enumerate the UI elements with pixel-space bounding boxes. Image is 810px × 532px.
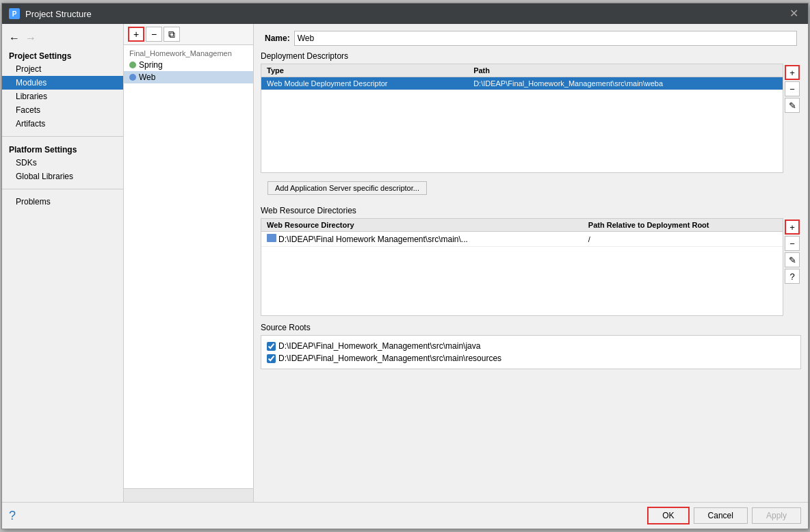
dd-empty-area — [261, 90, 783, 172]
dd-col-path: Path — [468, 64, 783, 77]
dialog-title: Project Structure — [25, 9, 92, 19]
name-row: Name: — [254, 24, 808, 51]
help-icon[interactable]: ? — [9, 509, 16, 523]
tree-item-spring[interactable]: Spring — [124, 59, 253, 71]
spring-icon — [129, 62, 136, 68]
title-bar: P Project Structure ✕ — [2, 3, 808, 24]
dd-remove-button[interactable]: − — [785, 81, 800, 96]
source-roots-label: Source Roots — [261, 323, 801, 332]
source-roots-section: D:\IDEAP\Final_Homework_Management\src\m… — [261, 335, 801, 369]
sidebar-item-problems[interactable]: Problems — [2, 195, 123, 209]
app-icon: P — [9, 8, 20, 19]
platform-settings-label: Platform Settings — [2, 142, 123, 156]
tree-item-spring-label: Spring — [139, 60, 163, 70]
project-settings-label: Project Settings — [2, 49, 123, 62]
sidebar-divider-2 — [2, 189, 123, 189]
content-area: ← → Project Settings Project Modules Lib… — [2, 24, 808, 502]
wr-side-buttons: + − ✎ ? — [783, 218, 801, 316]
module-tree: Final_Homework_Managemen Spring Web — [124, 45, 253, 488]
ok-button[interactable]: OK — [647, 507, 689, 524]
module-group-label: Final_Homework_Managemen — [124, 48, 253, 59]
sidebar: ← → Project Settings Project Modules Lib… — [2, 24, 124, 502]
deployment-descriptors-label: Deployment Descriptors — [261, 51, 801, 61]
wr-path-cell: / — [583, 232, 783, 247]
wr-remove-button[interactable]: − — [785, 236, 800, 251]
web-icon — [129, 74, 136, 81]
table-row[interactable]: D:\IDEAP\Final Homework Management\src\m… — [261, 232, 783, 247]
web-resource-table-container: Web Resource Directory Path Relative to … — [261, 218, 783, 316]
sidebar-item-modules[interactable]: Modules — [2, 76, 123, 90]
deployment-descriptors-section: Type Path Web Module Deployment Descript… — [261, 64, 801, 173]
module-panel-scrollbar — [124, 488, 253, 502]
source-root-item-1: D:\IDEAP\Final_Homework_Management\src\m… — [267, 352, 795, 364]
project-structure-dialog: P Project Structure ✕ ← → Project Settin… — [1, 3, 809, 529]
sidebar-item-project[interactable]: Project — [2, 62, 123, 76]
sidebar-item-sdks[interactable]: SDKs — [2, 156, 123, 170]
table-row[interactable]: Web Module Deployment Descriptor D:\IDEA… — [261, 77, 783, 90]
dd-path-cell: D:\IDEAP\Final_Homework_Management\src\m… — [468, 77, 783, 90]
module-toolbar: + − ⧉ — [124, 24, 253, 45]
source-root-checkbox-1[interactable] — [267, 354, 276, 363]
add-module-button[interactable]: + — [128, 27, 144, 42]
wr-col-path: Path Relative to Deployment Root — [583, 219, 783, 232]
source-root-checkbox-0[interactable] — [267, 342, 276, 351]
sidebar-item-artifacts[interactable]: Artifacts — [2, 117, 123, 131]
add-server-btn-wrapper: Add Application Server specific descript… — [261, 177, 801, 199]
sidebar-item-libraries[interactable]: Libraries — [2, 90, 123, 103]
add-server-button[interactable]: Add Application Server specific descript… — [267, 181, 427, 195]
wr-empty-area — [261, 247, 783, 315]
dd-col-type: Type — [261, 64, 468, 77]
deployment-descriptors-table: Type Path Web Module Deployment Descript… — [261, 64, 783, 90]
web-resource-section: Web Resource Directory Path Relative to … — [261, 218, 801, 316]
sidebar-item-facets[interactable]: Facets — [2, 103, 123, 117]
source-root-label-1: D:\IDEAP\Final_Homework_Management\src\m… — [278, 354, 501, 363]
source-root-label-0: D:\IDEAP\Final_Homework_Management\src\m… — [278, 341, 480, 351]
deployment-descriptors-table-container: Type Path Web Module Deployment Descript… — [261, 64, 783, 173]
dd-add-button[interactable]: + — [785, 65, 800, 80]
web-resource-label: Web Resource Directories — [261, 206, 801, 215]
wr-help-button[interactable]: ? — [785, 269, 800, 284]
title-bar-left: P Project Structure — [9, 8, 92, 19]
web-resource-table: Web Resource Directory Path Relative to … — [261, 219, 783, 247]
sidebar-item-global-libraries[interactable]: Global Libraries — [2, 170, 123, 183]
main-panel: Name: Deployment Descriptors Type Path — [254, 24, 808, 502]
wr-col-dir: Web Resource Directory — [261, 219, 583, 232]
dd-side-buttons: + − ✎ — [783, 64, 801, 173]
copy-module-button[interactable]: ⧉ — [164, 27, 180, 42]
apply-button[interactable]: Apply — [752, 507, 801, 524]
source-root-item-0: D:\IDEAP\Final_Homework_Management\src\m… — [267, 340, 795, 352]
bottom-bar: ? OK Cancel Apply — [2, 502, 808, 529]
name-input[interactable] — [294, 31, 797, 46]
cancel-button[interactable]: Cancel — [694, 507, 748, 524]
remove-module-button[interactable]: − — [146, 27, 162, 42]
dd-edit-button[interactable]: ✎ — [785, 98, 800, 113]
name-label: Name: — [265, 34, 290, 43]
sidebar-divider — [2, 136, 123, 137]
tree-item-web[interactable]: Web — [124, 71, 253, 83]
close-button[interactable]: ✕ — [787, 8, 801, 19]
forward-button[interactable]: → — [24, 32, 38, 44]
wr-edit-button[interactable]: ✎ — [785, 252, 800, 267]
dd-type-cell: Web Module Deployment Descriptor — [261, 77, 468, 90]
wr-dir-cell: D:\IDEAP\Final Homework Management\src\m… — [261, 232, 583, 247]
module-panel: + − ⧉ Final_Homework_Managemen Spring We… — [124, 24, 254, 502]
tree-item-web-label: Web — [139, 72, 155, 82]
folder-icon — [267, 234, 276, 242]
back-button[interactable]: ← — [8, 32, 21, 44]
wr-add-button[interactable]: + — [785, 220, 800, 235]
